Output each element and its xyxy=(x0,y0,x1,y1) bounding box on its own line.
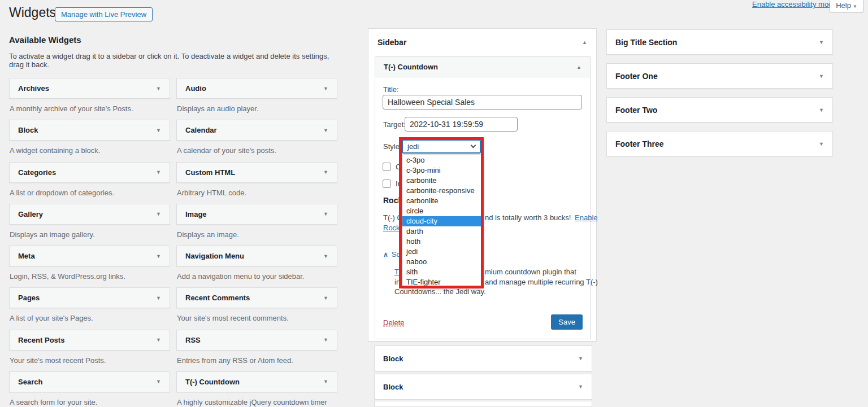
available-widget-box[interactable]: Block ▼ xyxy=(9,120,170,141)
available-widget-box[interactable]: Navigation Menu ▼ xyxy=(176,246,337,266)
available-widgets-section: Available Widgets To activate a widget d… xyxy=(9,35,338,407)
widget-area-header[interactable]: Footer Three ▼ xyxy=(607,132,832,156)
chevron-down-icon[interactable]: ▼ xyxy=(819,40,824,45)
widget-name: Navigation Menu xyxy=(185,252,244,260)
block-widget-header[interactable]: Block ▼ xyxy=(375,346,592,371)
available-widget-box[interactable]: Audio ▼ xyxy=(176,78,337,99)
style-field-label: Style: xyxy=(383,142,402,151)
available-widget-cell: Meta ▼ Login, RSS, & WordPress.org links… xyxy=(9,246,170,287)
widget-description: A widget containing a block. xyxy=(10,146,170,155)
style-option[interactable]: naboo xyxy=(402,257,481,267)
checkbox[interactable] xyxy=(383,163,391,171)
widget-area-header[interactable]: Footer One ▼ xyxy=(607,64,832,88)
available-widget-box[interactable]: Image ▼ xyxy=(176,204,337,225)
style-option[interactable]: circle xyxy=(402,206,481,216)
widget-description: A calendar of your site's posts. xyxy=(177,146,337,155)
widget-description: A monthly archive of your site's Posts. xyxy=(10,104,170,113)
page-title: Widgets xyxy=(9,5,56,20)
help-label: Help xyxy=(836,1,851,10)
chevron-down-icon[interactable]: ▼ xyxy=(156,337,161,343)
chevron-down-icon[interactable]: ▼ xyxy=(819,107,824,113)
widget-name: T(-) Countdown xyxy=(185,378,240,386)
chevron-down-icon[interactable]: ▼ xyxy=(323,169,328,175)
available-widget-box[interactable]: RSS ▼ xyxy=(176,330,337,351)
style-option[interactable]: carbonlite xyxy=(402,196,481,206)
style-option[interactable]: carbonite-responsive xyxy=(402,186,481,196)
block-widget-header[interactable]: Block ▼ xyxy=(375,374,592,399)
available-widget-cell: Audio ▼ Displays an audio player. xyxy=(176,78,337,120)
style-option[interactable]: cloud-city xyxy=(402,216,481,226)
chevron-up-icon[interactable]: ▲ xyxy=(576,64,581,70)
checkbox[interactable] xyxy=(383,180,391,188)
chevron-down-icon[interactable]: ▼ xyxy=(323,211,328,217)
scheduling-toggle[interactable]: ∧Sch xyxy=(383,250,404,259)
chevron-down-icon[interactable]: ▼ xyxy=(156,295,161,301)
available-widget-box[interactable]: Search ▼ xyxy=(9,371,170,392)
chevron-down-icon[interactable]: ▼ xyxy=(156,211,161,217)
widget-area-footer-one: Footer One ▼ xyxy=(606,63,833,89)
target-input[interactable] xyxy=(405,117,518,132)
chevron-down-icon[interactable]: ▼ xyxy=(156,169,161,175)
style-option[interactable]: TIE-fighter xyxy=(402,277,481,287)
chevron-down-icon[interactable]: ▼ xyxy=(578,356,583,361)
chevron-down-icon[interactable]: ▼ xyxy=(323,86,328,91)
chevron-down-icon xyxy=(471,143,476,148)
enable-accessibility-link[interactable]: Enable accessibility mode xyxy=(752,0,837,8)
save-button[interactable]: Save xyxy=(551,314,583,330)
widget-description: Displays an image gallery. xyxy=(10,230,170,239)
available-widget-box[interactable]: Pages ▼ xyxy=(9,287,170,308)
available-widget-box[interactable]: Custom HTML ▼ xyxy=(176,162,337,183)
chevron-down-icon[interactable]: ▼ xyxy=(323,295,328,301)
chevron-down-icon[interactable]: ▼ xyxy=(156,86,161,91)
style-selected-value: jedi xyxy=(407,142,419,151)
delete-link[interactable]: Delete xyxy=(383,318,405,327)
rockstar-link-fragment[interactable]: Rocks xyxy=(383,224,403,232)
enable-link[interactable]: Enable xyxy=(575,213,597,222)
widget-description: A list of your site's Pages. xyxy=(10,314,170,323)
style-option[interactable]: c-3po-mini xyxy=(402,165,481,176)
chevron-up-icon[interactable]: ▲ xyxy=(582,40,587,45)
style-option[interactable]: sith xyxy=(402,267,481,277)
style-option[interactable]: darth xyxy=(402,226,481,237)
chevron-down-icon[interactable]: ▼ xyxy=(578,384,583,390)
chevron-down-icon[interactable]: ▼ xyxy=(323,128,328,133)
available-widget-cell: RSS ▼ Entries from any RSS or Atom feed. xyxy=(176,330,337,371)
style-option[interactable]: jedi xyxy=(402,247,481,257)
chevron-down-icon[interactable]: ▼ xyxy=(819,141,824,147)
chevron-down-icon[interactable]: ▼ xyxy=(323,379,328,384)
available-widget-box[interactable]: Calendar ▼ xyxy=(176,120,337,141)
chevron-down-icon[interactable]: ▼ xyxy=(819,73,824,79)
available-widget-box[interactable]: Recent Comments ▼ xyxy=(176,287,337,308)
help-tab[interactable]: Help▼ xyxy=(830,0,863,13)
available-widget-box[interactable]: Gallery ▼ xyxy=(9,204,170,225)
widget-area-title: Footer One xyxy=(615,72,658,81)
chevron-down-icon[interactable]: ▼ xyxy=(156,379,161,384)
manage-live-preview-button[interactable]: Manage with Live Preview xyxy=(55,7,153,21)
available-widget-box[interactable]: Recent Posts ▼ xyxy=(9,330,170,351)
style-option[interactable]: carbonite xyxy=(402,176,481,186)
style-option[interactable]: c-3po xyxy=(402,155,481,165)
available-widget-box[interactable]: Categories ▼ xyxy=(9,162,170,183)
promo-text: nd is totally worth 3 bucks! xyxy=(485,213,571,222)
chevron-down-icon[interactable]: ▼ xyxy=(323,253,328,259)
available-widget-box[interactable]: Archives ▼ xyxy=(9,78,170,99)
style-option[interactable]: hoth xyxy=(402,237,481,247)
available-widget-cell: Recent Posts ▼ Your site's most recent P… xyxy=(9,330,170,371)
widget-name: Audio xyxy=(185,84,206,93)
available-widget-box[interactable]: T(-) Countdown ▼ xyxy=(176,371,337,392)
widget-area-header[interactable]: Big Title Section ▼ xyxy=(607,30,832,54)
widget-area-header[interactable]: Footer Two ▼ xyxy=(607,98,832,122)
widget-area-footer-two: Footer Two ▼ xyxy=(606,97,833,122)
chevron-down-icon[interactable]: ▼ xyxy=(323,337,328,343)
rocket-section-heading-fragment: Rock xyxy=(383,196,402,205)
available-widget-box[interactable]: Meta ▼ xyxy=(9,246,170,266)
title-input[interactable] xyxy=(383,95,582,110)
chevron-down-icon[interactable]: ▼ xyxy=(156,128,161,133)
widget-name: Search xyxy=(18,378,42,386)
countdown-widget-header[interactable]: T(-) Countdown ▲ xyxy=(375,57,590,77)
style-select[interactable]: jedi xyxy=(402,139,481,154)
collapsed-panel-partial xyxy=(374,401,592,407)
chevron-down-icon[interactable]: ▼ xyxy=(156,253,161,259)
sidebar-panel-header[interactable]: Sidebar ▲ xyxy=(368,29,596,54)
widget-name: Custom HTML xyxy=(185,168,235,177)
